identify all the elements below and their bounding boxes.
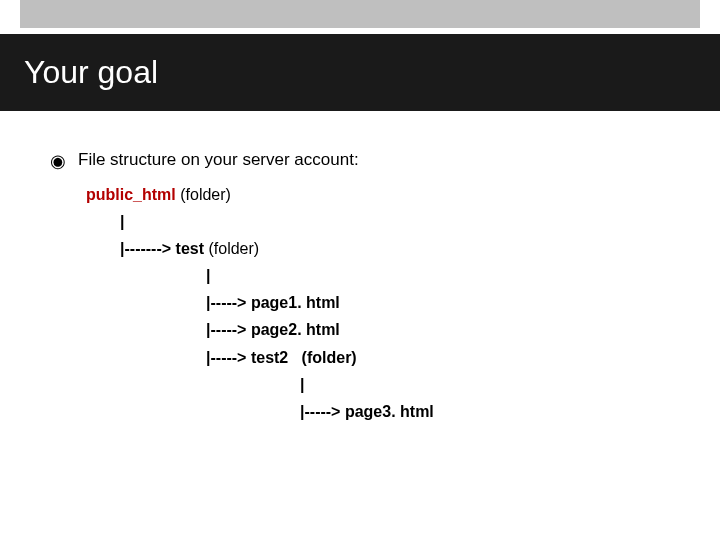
root-folder-name: public_html [86,186,176,203]
title-band: Your goal [0,34,720,111]
tree-test-arrow: |-------> test [120,240,204,257]
top-gray-bar [20,0,700,28]
tree-root: public_html (folder) [86,181,670,208]
tree-page2: |-----> page2. html [206,316,670,343]
file-tree: public_html (folder) | |-------> test (f… [86,181,670,426]
target-bullet-icon: ◉ [50,152,66,170]
tree-pipe-3: | [300,371,670,398]
bullet-text: File structure on your server account: [78,147,359,173]
slide-title: Your goal [24,54,696,91]
tree-test-row: |-------> test (folder) [120,235,670,262]
tree-page1: |-----> page1. html [206,289,670,316]
tree-test-suffix: (folder) [204,240,259,257]
root-folder-suffix: (folder) [176,186,231,203]
tree-pipe-2: | [206,262,670,289]
bullet-row: ◉ File structure on your server account: [50,147,670,173]
content-area: ◉ File structure on your server account:… [0,111,720,425]
tree-test2: |-----> test2 (folder) [206,344,670,371]
tree-pipe: | [120,208,670,235]
tree-page3: |-----> page3. html [300,398,670,425]
